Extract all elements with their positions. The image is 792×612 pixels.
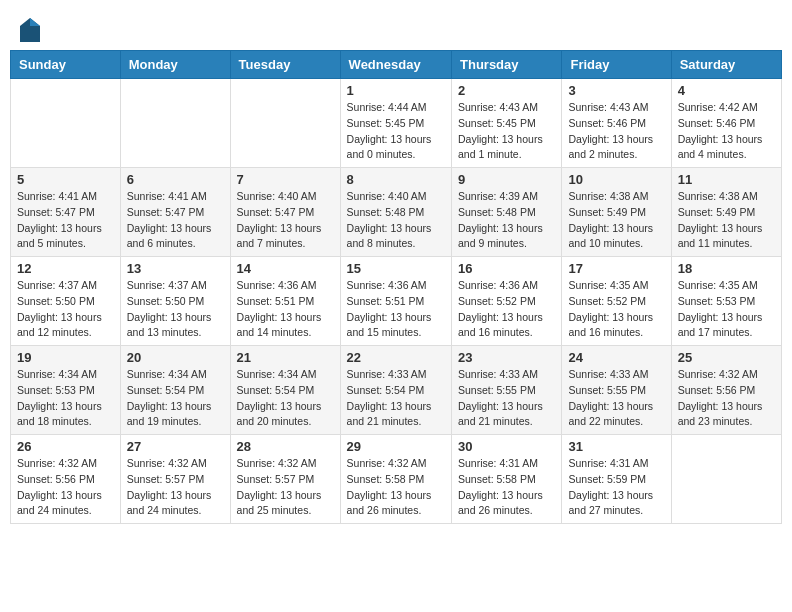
- day-cell: 27Sunrise: 4:32 AM Sunset: 5:57 PM Dayli…: [120, 435, 230, 524]
- day-info: Sunrise: 4:32 AM Sunset: 5:57 PM Dayligh…: [127, 456, 224, 519]
- day-number: 30: [458, 439, 555, 454]
- day-info: Sunrise: 4:31 AM Sunset: 5:59 PM Dayligh…: [568, 456, 664, 519]
- day-number: 28: [237, 439, 334, 454]
- day-info: Sunrise: 4:31 AM Sunset: 5:58 PM Dayligh…: [458, 456, 555, 519]
- day-number: 1: [347, 83, 445, 98]
- day-cell: 8Sunrise: 4:40 AM Sunset: 5:48 PM Daylig…: [340, 168, 451, 257]
- day-info: Sunrise: 4:37 AM Sunset: 5:50 PM Dayligh…: [127, 278, 224, 341]
- day-cell: 30Sunrise: 4:31 AM Sunset: 5:58 PM Dayli…: [452, 435, 562, 524]
- col-monday: Monday: [120, 51, 230, 79]
- day-number: 19: [17, 350, 114, 365]
- day-number: 6: [127, 172, 224, 187]
- day-info: Sunrise: 4:38 AM Sunset: 5:49 PM Dayligh…: [678, 189, 775, 252]
- day-cell: 14Sunrise: 4:36 AM Sunset: 5:51 PM Dayli…: [230, 257, 340, 346]
- day-number: 5: [17, 172, 114, 187]
- day-cell: [120, 79, 230, 168]
- day-cell: 4Sunrise: 4:42 AM Sunset: 5:46 PM Daylig…: [671, 79, 781, 168]
- col-saturday: Saturday: [671, 51, 781, 79]
- day-cell: 28Sunrise: 4:32 AM Sunset: 5:57 PM Dayli…: [230, 435, 340, 524]
- day-number: 26: [17, 439, 114, 454]
- day-number: 20: [127, 350, 224, 365]
- day-info: Sunrise: 4:33 AM Sunset: 5:55 PM Dayligh…: [568, 367, 664, 430]
- day-info: Sunrise: 4:34 AM Sunset: 5:53 PM Dayligh…: [17, 367, 114, 430]
- day-cell: 17Sunrise: 4:35 AM Sunset: 5:52 PM Dayli…: [562, 257, 671, 346]
- day-number: 10: [568, 172, 664, 187]
- day-info: Sunrise: 4:35 AM Sunset: 5:52 PM Dayligh…: [568, 278, 664, 341]
- day-cell: 29Sunrise: 4:32 AM Sunset: 5:58 PM Dayli…: [340, 435, 451, 524]
- week-row-3: 12Sunrise: 4:37 AM Sunset: 5:50 PM Dayli…: [11, 257, 782, 346]
- day-info: Sunrise: 4:36 AM Sunset: 5:51 PM Dayligh…: [237, 278, 334, 341]
- day-cell: 20Sunrise: 4:34 AM Sunset: 5:54 PM Dayli…: [120, 346, 230, 435]
- day-info: Sunrise: 4:37 AM Sunset: 5:50 PM Dayligh…: [17, 278, 114, 341]
- day-info: Sunrise: 4:40 AM Sunset: 5:47 PM Dayligh…: [237, 189, 334, 252]
- day-cell: [671, 435, 781, 524]
- day-info: Sunrise: 4:34 AM Sunset: 5:54 PM Dayligh…: [237, 367, 334, 430]
- day-number: 3: [568, 83, 664, 98]
- day-number: 16: [458, 261, 555, 276]
- day-info: Sunrise: 4:39 AM Sunset: 5:48 PM Dayligh…: [458, 189, 555, 252]
- day-cell: 19Sunrise: 4:34 AM Sunset: 5:53 PM Dayli…: [11, 346, 121, 435]
- day-info: Sunrise: 4:41 AM Sunset: 5:47 PM Dayligh…: [17, 189, 114, 252]
- day-cell: 26Sunrise: 4:32 AM Sunset: 5:56 PM Dayli…: [11, 435, 121, 524]
- day-cell: 2Sunrise: 4:43 AM Sunset: 5:45 PM Daylig…: [452, 79, 562, 168]
- day-number: 27: [127, 439, 224, 454]
- logo: [20, 18, 44, 42]
- day-cell: 22Sunrise: 4:33 AM Sunset: 5:54 PM Dayli…: [340, 346, 451, 435]
- calendar-header: Sunday Monday Tuesday Wednesday Thursday…: [11, 51, 782, 79]
- col-sunday: Sunday: [11, 51, 121, 79]
- day-cell: 15Sunrise: 4:36 AM Sunset: 5:51 PM Dayli…: [340, 257, 451, 346]
- day-info: Sunrise: 4:42 AM Sunset: 5:46 PM Dayligh…: [678, 100, 775, 163]
- day-info: Sunrise: 4:32 AM Sunset: 5:56 PM Dayligh…: [17, 456, 114, 519]
- day-info: Sunrise: 4:43 AM Sunset: 5:46 PM Dayligh…: [568, 100, 664, 163]
- day-info: Sunrise: 4:33 AM Sunset: 5:54 PM Dayligh…: [347, 367, 445, 430]
- day-cell: 5Sunrise: 4:41 AM Sunset: 5:47 PM Daylig…: [11, 168, 121, 257]
- day-cell: 18Sunrise: 4:35 AM Sunset: 5:53 PM Dayli…: [671, 257, 781, 346]
- col-thursday: Thursday: [452, 51, 562, 79]
- day-number: 25: [678, 350, 775, 365]
- day-cell: 23Sunrise: 4:33 AM Sunset: 5:55 PM Dayli…: [452, 346, 562, 435]
- day-info: Sunrise: 4:43 AM Sunset: 5:45 PM Dayligh…: [458, 100, 555, 163]
- day-info: Sunrise: 4:44 AM Sunset: 5:45 PM Dayligh…: [347, 100, 445, 163]
- day-cell: 9Sunrise: 4:39 AM Sunset: 5:48 PM Daylig…: [452, 168, 562, 257]
- day-number: 14: [237, 261, 334, 276]
- header-row: Sunday Monday Tuesday Wednesday Thursday…: [11, 51, 782, 79]
- svg-marker-1: [30, 18, 40, 26]
- day-cell: 7Sunrise: 4:40 AM Sunset: 5:47 PM Daylig…: [230, 168, 340, 257]
- page-header: [10, 10, 782, 46]
- day-info: Sunrise: 4:40 AM Sunset: 5:48 PM Dayligh…: [347, 189, 445, 252]
- day-info: Sunrise: 4:36 AM Sunset: 5:52 PM Dayligh…: [458, 278, 555, 341]
- day-number: 15: [347, 261, 445, 276]
- day-number: 9: [458, 172, 555, 187]
- day-cell: 21Sunrise: 4:34 AM Sunset: 5:54 PM Dayli…: [230, 346, 340, 435]
- day-cell: [11, 79, 121, 168]
- day-cell: [230, 79, 340, 168]
- col-tuesday: Tuesday: [230, 51, 340, 79]
- day-number: 21: [237, 350, 334, 365]
- day-cell: 16Sunrise: 4:36 AM Sunset: 5:52 PM Dayli…: [452, 257, 562, 346]
- week-row-2: 5Sunrise: 4:41 AM Sunset: 5:47 PM Daylig…: [11, 168, 782, 257]
- day-number: 2: [458, 83, 555, 98]
- day-info: Sunrise: 4:35 AM Sunset: 5:53 PM Dayligh…: [678, 278, 775, 341]
- day-cell: 12Sunrise: 4:37 AM Sunset: 5:50 PM Dayli…: [11, 257, 121, 346]
- day-cell: 11Sunrise: 4:38 AM Sunset: 5:49 PM Dayli…: [671, 168, 781, 257]
- calendar-body: 1Sunrise: 4:44 AM Sunset: 5:45 PM Daylig…: [11, 79, 782, 524]
- day-cell: 31Sunrise: 4:31 AM Sunset: 5:59 PM Dayli…: [562, 435, 671, 524]
- col-friday: Friday: [562, 51, 671, 79]
- week-row-1: 1Sunrise: 4:44 AM Sunset: 5:45 PM Daylig…: [11, 79, 782, 168]
- day-number: 22: [347, 350, 445, 365]
- logo-icon: [20, 18, 40, 42]
- col-wednesday: Wednesday: [340, 51, 451, 79]
- day-info: Sunrise: 4:33 AM Sunset: 5:55 PM Dayligh…: [458, 367, 555, 430]
- day-number: 29: [347, 439, 445, 454]
- day-number: 17: [568, 261, 664, 276]
- day-info: Sunrise: 4:32 AM Sunset: 5:57 PM Dayligh…: [237, 456, 334, 519]
- day-cell: 24Sunrise: 4:33 AM Sunset: 5:55 PM Dayli…: [562, 346, 671, 435]
- day-number: 18: [678, 261, 775, 276]
- day-number: 23: [458, 350, 555, 365]
- day-info: Sunrise: 4:38 AM Sunset: 5:49 PM Dayligh…: [568, 189, 664, 252]
- week-row-4: 19Sunrise: 4:34 AM Sunset: 5:53 PM Dayli…: [11, 346, 782, 435]
- day-cell: 3Sunrise: 4:43 AM Sunset: 5:46 PM Daylig…: [562, 79, 671, 168]
- day-info: Sunrise: 4:32 AM Sunset: 5:56 PM Dayligh…: [678, 367, 775, 430]
- day-info: Sunrise: 4:36 AM Sunset: 5:51 PM Dayligh…: [347, 278, 445, 341]
- calendar-table: Sunday Monday Tuesday Wednesday Thursday…: [10, 50, 782, 524]
